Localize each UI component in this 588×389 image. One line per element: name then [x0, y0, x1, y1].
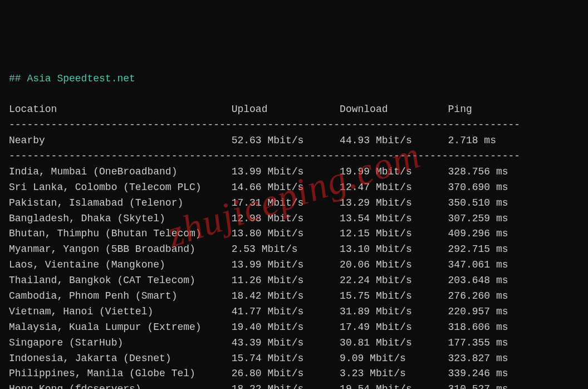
section-title: ## Asia Speedtest.net — [9, 73, 135, 84]
terminal-output: ## Asia Speedtest.net Location Upload Do… — [9, 71, 579, 389]
